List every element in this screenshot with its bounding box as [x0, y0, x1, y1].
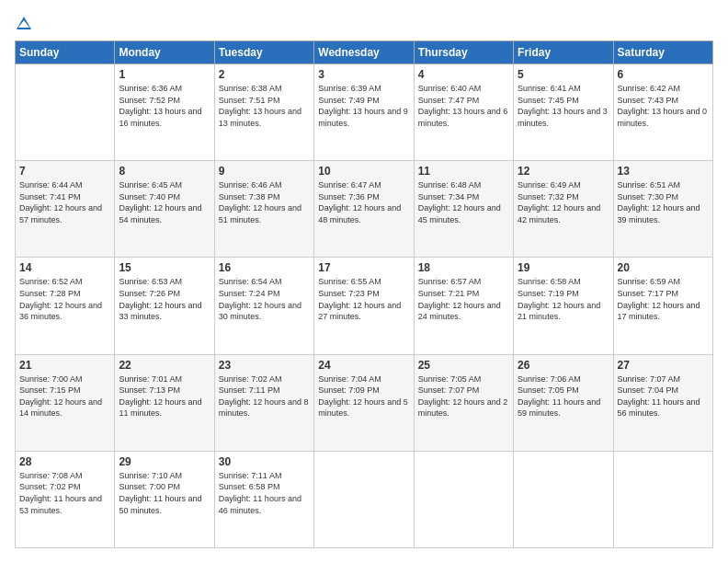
cell-details: Sunrise: 6:51 AMSunset: 7:30 PMDaylight:…	[618, 180, 700, 224]
cell-details: Sunrise: 7:02 AMSunset: 7:11 PMDaylight:…	[219, 374, 309, 419]
day-number: 26	[518, 359, 609, 372]
calendar-cell: 10 Sunrise: 6:47 AMSunset: 7:36 PMDaylig…	[314, 161, 414, 258]
cell-details: Sunrise: 6:55 AMSunset: 7:23 PMDaylight:…	[318, 277, 401, 321]
cell-details: Sunrise: 7:10 AMSunset: 7:00 PMDaylight:…	[119, 471, 201, 515]
cell-details: Sunrise: 6:52 AMSunset: 7:28 PMDaylight:…	[19, 277, 102, 321]
calendar-cell: 16 Sunrise: 6:54 AMSunset: 7:24 PMDaylig…	[214, 258, 313, 354]
cell-details: Sunrise: 6:59 AMSunset: 7:17 PMDaylight:…	[618, 277, 700, 321]
cell-details: Sunrise: 6:48 AMSunset: 7:34 PMDaylight:…	[418, 180, 501, 224]
week-row-4: 28 Sunrise: 7:08 AMSunset: 7:02 PMDaylig…	[16, 451, 713, 547]
cell-details: Sunrise: 6:42 AMSunset: 7:43 PMDaylight:…	[618, 84, 708, 128]
calendar-cell: 2 Sunrise: 6:38 AMSunset: 7:51 PMDayligh…	[214, 64, 313, 161]
cell-details: Sunrise: 7:11 AMSunset: 6:58 PMDaylight:…	[219, 471, 301, 515]
calendar-cell	[16, 64, 115, 161]
day-number: 7	[19, 165, 110, 178]
cell-details: Sunrise: 6:54 AMSunset: 7:24 PMDaylight:…	[219, 277, 301, 321]
cell-details: Sunrise: 7:06 AMSunset: 7:05 PMDaylight:…	[518, 374, 600, 419]
week-row-3: 21 Sunrise: 7:00 AMSunset: 7:15 PMDaylig…	[16, 354, 713, 451]
calendar-cell: 30 Sunrise: 7:11 AMSunset: 6:58 PMDaylig…	[214, 451, 313, 547]
calendar-cell: 22 Sunrise: 7:01 AMSunset: 7:13 PMDaylig…	[115, 354, 214, 451]
calendar-cell: 8 Sunrise: 6:45 AMSunset: 7:40 PMDayligh…	[115, 161, 214, 258]
calendar-cell: 17 Sunrise: 6:55 AMSunset: 7:23 PMDaylig…	[314, 258, 414, 354]
cell-details: Sunrise: 6:39 AMSunset: 7:49 PMDaylight:…	[318, 84, 408, 128]
calendar-cell: 28 Sunrise: 7:08 AMSunset: 7:02 PMDaylig…	[16, 451, 115, 547]
cell-details: Sunrise: 7:04 AMSunset: 7:09 PMDaylight:…	[318, 374, 408, 419]
day-number: 14	[19, 261, 110, 274]
calendar-cell: 27 Sunrise: 7:07 AMSunset: 7:04 PMDaylig…	[613, 354, 712, 451]
day-number: 20	[618, 261, 709, 274]
day-number: 4	[418, 68, 509, 81]
cell-details: Sunrise: 6:57 AMSunset: 7:21 PMDaylight:…	[418, 277, 501, 321]
calendar-table: SundayMondayTuesdayWednesdayThursdayFrid…	[15, 40, 713, 548]
logo	[15, 15, 37, 33]
day-number: 16	[219, 261, 310, 274]
day-number: 1	[119, 68, 210, 81]
calendar-cell: 18 Sunrise: 6:57 AMSunset: 7:21 PMDaylig…	[414, 258, 513, 354]
day-number: 17	[318, 261, 409, 274]
calendar-cell: 5 Sunrise: 6:41 AMSunset: 7:45 PMDayligh…	[514, 64, 613, 161]
calendar-cell: 4 Sunrise: 6:40 AMSunset: 7:47 PMDayligh…	[414, 64, 513, 161]
calendar-cell: 6 Sunrise: 6:42 AMSunset: 7:43 PMDayligh…	[613, 64, 712, 161]
cell-details: Sunrise: 6:36 AMSunset: 7:52 PMDaylight:…	[119, 84, 201, 128]
day-number: 23	[219, 359, 310, 372]
calendar-cell	[314, 451, 414, 547]
header-monday: Monday	[115, 41, 214, 64]
header-saturday: Saturday	[613, 41, 712, 64]
calendar-cell: 29 Sunrise: 7:10 AMSunset: 7:00 PMDaylig…	[115, 451, 214, 547]
cell-details: Sunrise: 6:41 AMSunset: 7:45 PMDaylight:…	[518, 84, 608, 128]
day-number: 25	[418, 359, 509, 372]
day-number: 29	[119, 455, 210, 468]
day-number: 9	[219, 165, 310, 178]
day-number: 22	[119, 359, 210, 372]
calendar-cell: 12 Sunrise: 6:49 AMSunset: 7:32 PMDaylig…	[514, 161, 613, 258]
week-row-1: 7 Sunrise: 6:44 AMSunset: 7:41 PMDayligh…	[16, 161, 713, 258]
day-number: 30	[219, 455, 310, 468]
cell-details: Sunrise: 7:00 AMSunset: 7:15 PMDaylight:…	[19, 374, 102, 419]
day-number: 6	[618, 68, 709, 81]
day-number: 8	[119, 165, 210, 178]
day-number: 18	[418, 261, 509, 274]
day-number: 5	[518, 68, 609, 81]
cell-details: Sunrise: 7:05 AMSunset: 7:07 PMDaylight:…	[418, 374, 508, 419]
calendar-cell: 11 Sunrise: 6:48 AMSunset: 7:34 PMDaylig…	[414, 161, 513, 258]
week-row-0: 1 Sunrise: 6:36 AMSunset: 7:52 PMDayligh…	[16, 64, 713, 161]
calendar-cell: 1 Sunrise: 6:36 AMSunset: 7:52 PMDayligh…	[115, 64, 214, 161]
logo-icon	[15, 15, 33, 33]
day-number: 13	[618, 165, 709, 178]
calendar-cell: 24 Sunrise: 7:04 AMSunset: 7:09 PMDaylig…	[314, 354, 414, 451]
day-number: 28	[19, 455, 110, 468]
cell-details: Sunrise: 6:49 AMSunset: 7:32 PMDaylight:…	[518, 180, 600, 224]
cell-details: Sunrise: 6:44 AMSunset: 7:41 PMDaylight:…	[19, 180, 102, 224]
cell-details: Sunrise: 7:07 AMSunset: 7:04 PMDaylight:…	[618, 374, 700, 419]
calendar-cell: 19 Sunrise: 6:58 AMSunset: 7:19 PMDaylig…	[514, 258, 613, 354]
calendar-header: SundayMondayTuesdayWednesdayThursdayFrid…	[16, 41, 713, 64]
calendar-body: 1 Sunrise: 6:36 AMSunset: 7:52 PMDayligh…	[16, 64, 713, 548]
calendar-cell: 25 Sunrise: 7:05 AMSunset: 7:07 PMDaylig…	[414, 354, 513, 451]
cell-details: Sunrise: 6:47 AMSunset: 7:36 PMDaylight:…	[318, 180, 401, 224]
day-number: 24	[318, 359, 409, 372]
day-number: 15	[119, 261, 210, 274]
cell-details: Sunrise: 6:40 AMSunset: 7:47 PMDaylight:…	[418, 84, 508, 128]
calendar-cell: 20 Sunrise: 6:59 AMSunset: 7:17 PMDaylig…	[613, 258, 712, 354]
calendar-cell: 14 Sunrise: 6:52 AMSunset: 7:28 PMDaylig…	[16, 258, 115, 354]
header-wednesday: Wednesday	[314, 41, 414, 64]
day-number: 19	[518, 261, 609, 274]
day-number: 2	[219, 68, 310, 81]
header-tuesday: Tuesday	[214, 41, 313, 64]
cell-details: Sunrise: 6:53 AMSunset: 7:26 PMDaylight:…	[119, 277, 201, 321]
cell-details: Sunrise: 6:58 AMSunset: 7:19 PMDaylight:…	[518, 277, 600, 321]
calendar-cell: 13 Sunrise: 6:51 AMSunset: 7:30 PMDaylig…	[613, 161, 712, 258]
header-sunday: Sunday	[16, 41, 115, 64]
day-number: 3	[318, 68, 409, 81]
header-friday: Friday	[514, 41, 613, 64]
calendar-cell: 15 Sunrise: 6:53 AMSunset: 7:26 PMDaylig…	[115, 258, 214, 354]
header-thursday: Thursday	[414, 41, 513, 64]
day-number: 11	[418, 165, 509, 178]
calendar-cell: 23 Sunrise: 7:02 AMSunset: 7:11 PMDaylig…	[214, 354, 313, 451]
calendar-cell: 9 Sunrise: 6:46 AMSunset: 7:38 PMDayligh…	[214, 161, 313, 258]
day-number: 21	[19, 359, 110, 372]
week-row-2: 14 Sunrise: 6:52 AMSunset: 7:28 PMDaylig…	[16, 258, 713, 354]
header-row: SundayMondayTuesdayWednesdayThursdayFrid…	[16, 41, 713, 64]
calendar-cell	[514, 451, 613, 547]
day-number: 10	[318, 165, 409, 178]
